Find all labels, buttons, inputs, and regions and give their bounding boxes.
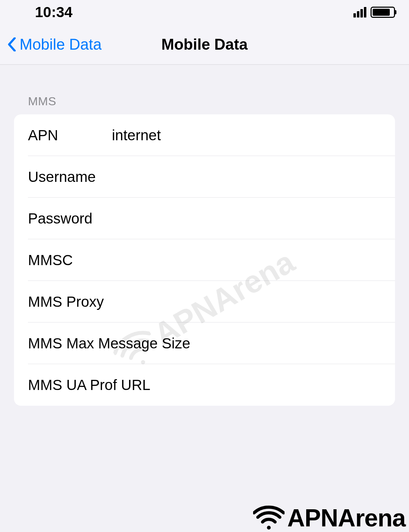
apn-row[interactable]: APN bbox=[14, 114, 395, 156]
status-time: 10:34 bbox=[35, 4, 72, 21]
username-label: Username bbox=[28, 169, 112, 185]
page-title: Mobile Data bbox=[162, 36, 248, 53]
mmsc-input[interactable] bbox=[112, 252, 381, 269]
mms-settings-group: APN Username Password MMSC MMS Proxy MMS… bbox=[14, 114, 395, 406]
password-input[interactable] bbox=[112, 210, 381, 227]
back-label: Mobile Data bbox=[20, 36, 102, 53]
wifi-icon bbox=[253, 505, 285, 531]
content-area: MMS APN Username Password MMSC MMS Proxy… bbox=[0, 65, 409, 406]
watermark-bottom: APNArena bbox=[253, 504, 406, 532]
battery-icon bbox=[371, 7, 395, 18]
svg-point-0 bbox=[267, 526, 271, 530]
mms-proxy-label: MMS Proxy bbox=[28, 293, 112, 310]
cellular-signal-icon bbox=[353, 7, 366, 17]
username-input[interactable] bbox=[112, 169, 381, 185]
chevron-back-icon bbox=[8, 37, 16, 51]
apn-label: APN bbox=[28, 127, 112, 144]
password-row[interactable]: Password bbox=[14, 198, 395, 239]
watermark-text: APNArena bbox=[287, 504, 406, 532]
mms-max-label: MMS Max Message Size bbox=[28, 335, 381, 352]
status-icons bbox=[353, 7, 395, 18]
mms-ua-row[interactable]: MMS UA Prof URL bbox=[14, 364, 395, 406]
section-header-mms: MMS bbox=[14, 94, 395, 108]
mms-proxy-row[interactable]: MMS Proxy bbox=[14, 281, 395, 322]
mms-proxy-input[interactable] bbox=[112, 293, 381, 310]
mmsc-label: MMSC bbox=[28, 252, 112, 269]
username-row[interactable]: Username bbox=[14, 156, 395, 198]
navigation-bar: Mobile Data Mobile Data bbox=[0, 24, 409, 65]
back-button[interactable]: Mobile Data bbox=[0, 36, 102, 53]
status-bar: 10:34 bbox=[0, 0, 409, 24]
mms-ua-label: MMS UA Prof URL bbox=[28, 377, 381, 393]
mmsc-row[interactable]: MMSC bbox=[14, 239, 395, 281]
mms-max-row[interactable]: MMS Max Message Size bbox=[14, 322, 395, 364]
apn-input[interactable] bbox=[112, 127, 381, 144]
password-label: Password bbox=[28, 210, 112, 227]
